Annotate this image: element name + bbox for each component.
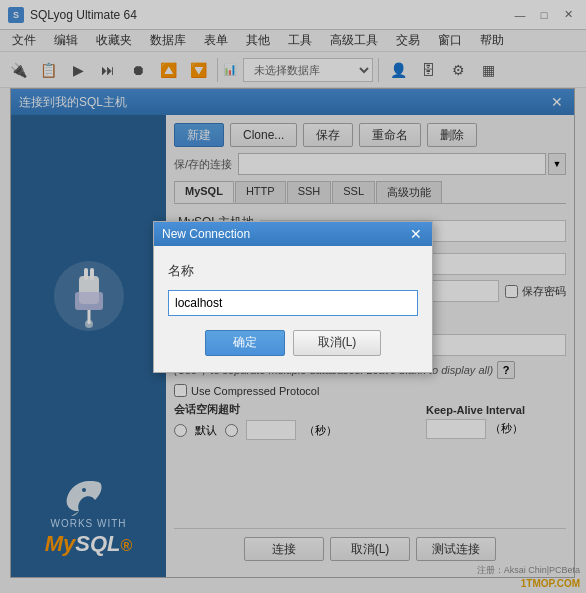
modal-name-input[interactable] — [168, 290, 418, 316]
modal-title: New Connection — [162, 227, 250, 241]
modal-title-bar: New Connection ✕ — [154, 222, 432, 246]
modal-name-label: 名称 — [168, 262, 418, 280]
modal-buttons: 确定 取消(L) — [168, 330, 418, 356]
modal-cancel-button[interactable]: 取消(L) — [293, 330, 382, 356]
modal-close-button[interactable]: ✕ — [408, 226, 424, 242]
modal-overlay: New Connection ✕ 名称 确定 取消(L) — [0, 0, 586, 593]
new-connection-dialog: New Connection ✕ 名称 确定 取消(L) — [153, 221, 433, 373]
modal-body: 名称 确定 取消(L) — [154, 246, 432, 372]
modal-confirm-button[interactable]: 确定 — [205, 330, 285, 356]
